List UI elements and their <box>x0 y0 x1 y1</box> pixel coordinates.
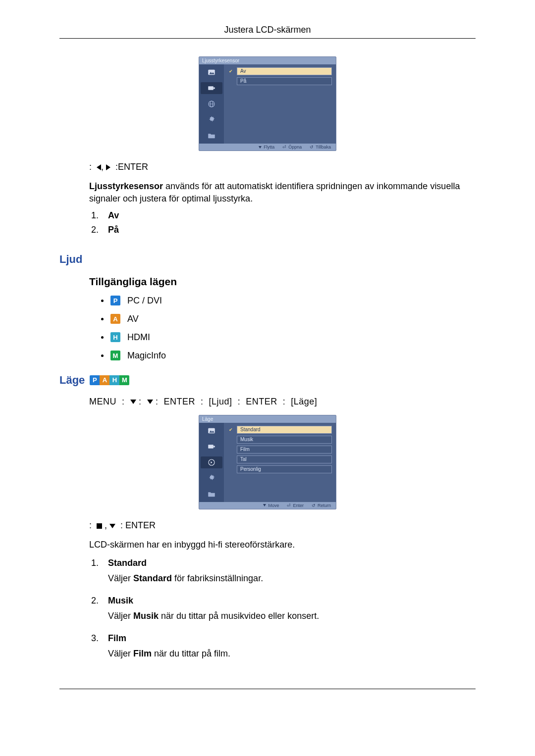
osd-option-label: Musik <box>237 436 332 444</box>
osd-option[interactable]: På <box>228 77 332 85</box>
footer-rule <box>59 689 476 689</box>
svg-rect-2 <box>208 86 214 90</box>
list-item: Standard Väljer Standard för fabriksinst… <box>101 558 476 584</box>
osd-option[interactable]: Film <box>228 446 332 454</box>
check-icon: ✔ <box>228 68 234 74</box>
list-item: P PC / DVI <box>101 296 476 306</box>
menu-path: MENU : : : ENTER : [Ljud] : ENTER : [Läg… <box>89 396 476 408</box>
mode-label: AV <box>127 314 139 324</box>
nav-hint: : , :ENTER <box>89 161 476 173</box>
osd-option-label: På <box>237 77 332 85</box>
gear-icon <box>201 114 222 126</box>
osd-option-label: Film <box>237 446 332 454</box>
sensor-options: Av På <box>101 210 476 235</box>
osd-option-label: Standard <box>237 426 332 434</box>
return-icon: ↺ <box>310 145 314 150</box>
mode-badge: A <box>100 375 109 385</box>
osd-left-icons <box>199 64 224 144</box>
picture-icon <box>201 66 222 78</box>
mode-strip: P A H M <box>90 375 129 385</box>
bullet-icon <box>101 300 104 302</box>
osd-lage: Läge ✔ <box>199 415 336 509</box>
list-item: På <box>101 225 476 235</box>
list-item: Musik Väljer Musik när du tittar på musi… <box>101 596 476 621</box>
mode-badge: H <box>110 332 120 342</box>
unchecked-icon <box>228 78 234 84</box>
osd-option[interactable]: ✔ Av <box>228 67 332 75</box>
arrow-down-icon <box>263 504 266 506</box>
return-icon: ↺ <box>312 503 316 508</box>
bullet-icon <box>101 318 104 320</box>
gear-icon <box>201 472 222 484</box>
folder-icon <box>201 488 222 500</box>
mode-label: MagicInfo <box>127 351 166 361</box>
mode-badge: A <box>110 314 120 324</box>
osd-option-label: Tal <box>237 455 332 463</box>
osd-option-label: Personlig <box>237 465 332 473</box>
osd-brightness-sensor: Ljusstyrkesensor <box>199 56 336 151</box>
list-item: Av <box>101 210 476 221</box>
bullet-icon <box>101 354 104 357</box>
list-item: H HDMI <box>101 332 476 343</box>
stop-icon <box>97 523 102 529</box>
nav-hint: : , : ENTER <box>89 519 476 532</box>
list-item: M MagicInfo <box>101 351 476 361</box>
input-icon <box>201 82 222 94</box>
list-item: Film Väljer Film när du tittar på film. <box>101 633 476 659</box>
page-header: Justera LCD-skärmen <box>59 25 476 39</box>
enter-icon: ⏎ <box>287 503 291 508</box>
mode-label: PC / DVI <box>127 296 162 306</box>
osd-option[interactable]: ✔ Standard <box>228 426 332 434</box>
svg-rect-10 <box>208 445 214 449</box>
osd-footer: Flytta ⏎Öppna ↺Tillbaka <box>199 144 336 151</box>
section-lage: Läge P A H M <box>59 374 476 387</box>
arrow-left-icon <box>97 164 101 170</box>
osd-option[interactable]: Musik <box>228 436 332 444</box>
mode-badge: M <box>110 351 120 360</box>
mode-badge: P <box>110 296 120 305</box>
svg-rect-11 <box>214 446 215 447</box>
hifi-desc: LCD-skärmen har en inbyggd hi-fi stereof… <box>89 539 476 551</box>
osd-title: Ljusstyrkesensor <box>199 57 336 64</box>
header-title: Justera LCD-skärmen <box>224 25 311 35</box>
enter-icon: ⏎ <box>282 145 286 150</box>
check-icon: ✔ <box>228 427 234 433</box>
mode-label: HDMI <box>127 332 150 343</box>
osd-option[interactable]: Personlig <box>228 465 332 473</box>
mode-list: P PC / DVI A AV H HDMI M MagicInfo <box>101 296 476 361</box>
section-tillgangliga: Tillgängliga lägen <box>89 276 476 288</box>
input-icon <box>201 441 222 453</box>
osd-footer: Move ⏎Enter ↺Return <box>199 502 336 509</box>
svg-rect-3 <box>214 88 215 89</box>
arrow-down-icon <box>130 400 136 404</box>
mode-badge: M <box>119 375 129 385</box>
arrow-down-icon <box>259 146 262 149</box>
osd-option-label: Av <box>237 67 332 75</box>
list-item: A AV <box>101 314 476 324</box>
bullet-icon <box>101 336 104 339</box>
mode-badge: P <box>90 375 100 385</box>
osd-title: Läge <box>199 415 336 423</box>
folder-icon <box>201 130 222 142</box>
sensor-desc: Ljusstyrkesensor används för att automat… <box>89 180 476 205</box>
picture-icon <box>201 425 222 437</box>
osd-left-icons <box>199 423 224 502</box>
arrow-down-icon <box>109 524 115 528</box>
sound-icon <box>201 456 222 468</box>
sound-mode-defs: Standard Väljer Standard för fabriksinst… <box>101 558 476 659</box>
osd-option[interactable]: Tal <box>228 455 332 463</box>
arrow-right-icon <box>106 164 110 170</box>
arrow-down-icon <box>147 400 153 404</box>
globe-icon <box>201 98 222 110</box>
section-ljud: Ljud <box>59 253 476 266</box>
sensor-term: Ljusstyrkesensor <box>89 181 163 191</box>
mode-badge: H <box>109 375 119 385</box>
